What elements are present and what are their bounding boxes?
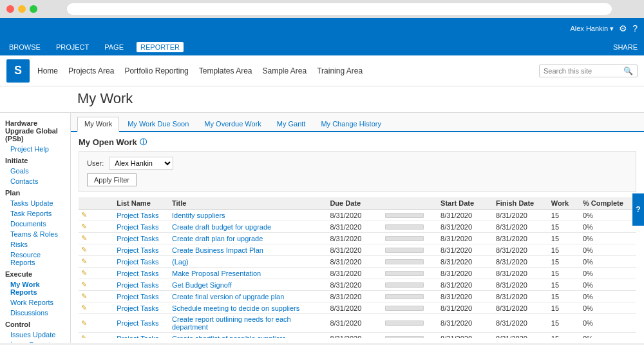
title-cell[interactable]: Create draft budget for upgrade (169, 221, 327, 233)
sidebar-item-tasks-update[interactable]: Tasks Update (0, 198, 70, 208)
sidebar-item-resource-reports[interactable]: Resource Reports (0, 250, 70, 268)
start-date-cell: 8/31/2020 (438, 291, 493, 302)
list-name-cell[interactable]: Project Tasks (114, 302, 169, 314)
title-cell[interactable]: Create draft plan for upgrade (169, 233, 327, 244)
finish-date-cell: 8/31/2020 (493, 268, 549, 279)
edit-icon-cell[interactable]: ✎ (79, 233, 92, 244)
minimize-button[interactable] (18, 5, 26, 13)
sp-nav-projects[interactable]: Projects Area (68, 66, 114, 75)
search-input[interactable] (544, 67, 621, 75)
list-name-cell[interactable]: Project Tasks (114, 244, 169, 256)
menu-item-reporter[interactable]: REPORTER (137, 42, 184, 52)
list-name-cell[interactable]: Project Tasks (114, 333, 169, 339)
title-cell[interactable]: Create report outlining needs for each d… (169, 314, 327, 333)
edit-icon-cell[interactable]: ✎ (79, 314, 92, 333)
user-filter-label: User: (87, 159, 104, 167)
title-cell[interactable]: Create Business Impact Plan (169, 244, 327, 256)
help-panel[interactable]: ? (632, 193, 644, 226)
list-name-cell[interactable]: Project Tasks (114, 233, 169, 244)
list-name-cell[interactable]: Project Tasks (114, 314, 169, 333)
tab-my-work[interactable]: My Work (77, 117, 119, 132)
sidebar-item-goals[interactable]: Goals (0, 166, 70, 176)
tab-my-overdue-work[interactable]: My Overdue Work (197, 117, 268, 131)
sidebar-item-contacts[interactable]: Contacts (0, 176, 70, 186)
title-cell[interactable]: Get Budget Signoff (169, 279, 327, 291)
sp-nav-sample[interactable]: Sample Area (263, 66, 307, 75)
list-name-cell[interactable]: Project Tasks (114, 221, 169, 233)
edit-icon-cell[interactable]: ✎ (79, 268, 92, 279)
checkbox-cell (92, 291, 103, 302)
edit-icon-cell[interactable]: ✎ (79, 291, 92, 302)
progress-bar-bg (385, 213, 424, 218)
edit-icon-cell[interactable]: ✎ (79, 221, 92, 233)
list-name-cell[interactable]: Project Tasks (114, 268, 169, 279)
tab-my-gantt[interactable]: My Gantt (270, 117, 313, 131)
sidebar-item-documents[interactable]: Documents (0, 219, 70, 229)
title-cell[interactable]: Make Proposal Presentation (169, 268, 327, 279)
search-icon[interactable]: 🔍 (623, 66, 633, 75)
help-icon[interactable]: ? (632, 23, 638, 34)
finish-date-cell: 8/31/2020 (493, 244, 549, 256)
due-date-cell: 8/31/2020 (327, 291, 383, 302)
col-header-pct: % Complete (580, 197, 636, 210)
table-wrapper: List Name Title Due Date Start Date Fini… (79, 197, 636, 338)
sidebar-item-my-work-reports[interactable]: My Work Reports (0, 279, 70, 297)
progress-bar-bg (385, 236, 424, 241)
table-header: List Name Title Due Date Start Date Fini… (79, 197, 636, 210)
search-box[interactable]: 🔍 (539, 64, 638, 77)
tab-my-work-due-soon[interactable]: My Work Due Soon (120, 117, 196, 131)
list-name-cell[interactable]: Project Tasks (114, 291, 169, 302)
sidebar-item-work-reports[interactable]: Work Reports (0, 297, 70, 308)
filter-area: User: Alex Hankin Apply Filter (79, 151, 636, 192)
checkbox-cell (92, 210, 103, 221)
finish-date-cell: 8/31/2020 (493, 279, 549, 291)
title-cell[interactable]: Create shortlist of possible suppliers (169, 333, 327, 339)
list-name-cell[interactable]: Project Tasks (114, 256, 169, 268)
sidebar-item-teams-roles[interactable]: Teams & Roles (0, 229, 70, 239)
apply-filter-button[interactable]: Apply Filter (87, 173, 137, 186)
edit-icon-cell[interactable]: ✎ (79, 256, 92, 268)
edit-icon-cell[interactable]: ✎ (79, 210, 92, 221)
title-cell[interactable]: Schedule meeting to decide on suppliers (169, 302, 327, 314)
edit-icon-cell[interactable]: ✎ (79, 333, 92, 339)
title-cell[interactable]: Create final version of upgrade plan (169, 291, 327, 302)
sidebar-item-discussions[interactable]: Discussions (0, 308, 70, 318)
menu-item-browse[interactable]: BROWSE (6, 42, 43, 52)
flag-cell (103, 291, 114, 302)
sidebar-item-issues-update[interactable]: Issues Update (0, 330, 70, 340)
edit-icon-cell[interactable]: ✎ (79, 279, 92, 291)
sidebar-section-plan: Plan (0, 186, 70, 198)
edit-icon-cell[interactable]: ✎ (79, 302, 92, 314)
table-row: ✎ Project Tasks (Lag) 8/31/2020 8/31/202… (79, 256, 636, 268)
flag-cell (103, 279, 114, 291)
user-name[interactable]: Alex Hankin ▾ (570, 25, 614, 33)
title-cell[interactable]: (Lag) (169, 256, 327, 268)
sp-nav-templates[interactable]: Templates Area (199, 66, 252, 75)
sidebar-item-project-help[interactable]: Project Help (0, 144, 70, 154)
tab-my-change-history[interactable]: My Change History (314, 117, 388, 131)
sidebar-item-risks[interactable]: Risks (0, 239, 70, 250)
edit-icon-cell[interactable]: ✎ (79, 244, 92, 256)
maximize-button[interactable] (30, 5, 37, 13)
page-title-area: My Work (0, 86, 644, 113)
url-bar[interactable] (67, 3, 612, 15)
list-name-cell[interactable]: Project Tasks (114, 279, 169, 291)
title-cell[interactable]: Identify suppliers (169, 210, 327, 221)
table-row: ✎ Project Tasks Create draft plan for up… (79, 233, 636, 244)
sp-nav-home[interactable]: Home (37, 66, 58, 75)
menu-item-project[interactable]: PROJECT (53, 42, 91, 52)
gear-icon[interactable]: ⚙ (619, 23, 627, 34)
due-date-cell: 8/31/2020 (327, 210, 383, 221)
sp-nav-portfolio[interactable]: Portfolio Reporting (124, 66, 188, 75)
info-icon: ⓘ (140, 137, 147, 147)
list-name-cell[interactable]: Project Tasks (114, 210, 169, 221)
close-button[interactable] (6, 5, 14, 13)
checkbox-cell (92, 279, 103, 291)
share-button[interactable]: SHARE (613, 43, 638, 51)
user-filter-select[interactable]: Alex Hankin (109, 157, 173, 170)
menu-item-page[interactable]: PAGE (102, 42, 126, 52)
sp-nav-training[interactable]: Training Area (317, 66, 363, 75)
sidebar-item-task-reports[interactable]: Task Reports (0, 208, 70, 219)
col-header-finish: Finish Date (493, 197, 549, 210)
sidebar-item-issue-reports[interactable]: Issue Reports (0, 340, 70, 343)
